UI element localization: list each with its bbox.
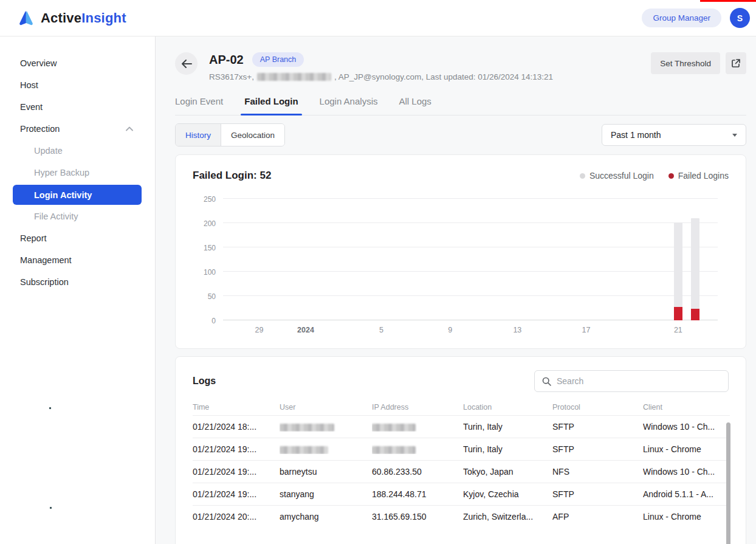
table-row: 01/21/2024 19:...Turin, ItalySFTPLinux -… [193,438,730,460]
main-content: AP-02 AP Branch RS3617xs+, , AP_JP@synol… [156,36,756,544]
chart-gridline-150 [223,247,718,247]
redacted-value [372,446,416,454]
table-cell-client: Windows 10 - Ch... [643,467,730,477]
chart-legend: Successful LoginFailed Logins [580,171,729,181]
back-button[interactable] [175,52,198,75]
table-cell-time: 01/21/2024 19:... [193,489,280,499]
table-cell-user: stanyang [280,489,372,499]
chart-gridline-250 [223,198,718,199]
chart-gridline-200 [223,222,718,223]
table-cell-ip-address: 60.86.233.50 [372,467,463,477]
legend-dot-icon [580,173,585,179]
chevron-up-icon [126,126,133,131]
sidebar-item-label: Hyper Backup [34,168,89,177]
legend-label: Failed Logins [678,171,729,181]
chart-ytick-150: 150 [193,244,216,252]
column-header-protocol: Protocol [552,403,643,411]
chart-ytick-100: 100 [193,268,216,277]
sidebar-item-update[interactable]: Update [0,140,155,162]
sidebar-item-login-activity[interactable]: Login Activity [13,185,142,205]
table-cell-protocol: NFS [552,467,643,477]
table-cell-client: Linux - Chrome [643,512,730,522]
chart-ytick-0: 0 [193,317,216,325]
device-contact-updated: , AP_JP@synology.com, Last updated: 01/2… [334,72,553,81]
table-row: 01/21/2024 20:...amychang31.165.69.150Zu… [193,505,730,528]
table-cell-time: 01/21/2024 19:... [193,467,280,477]
device-name: AP-02 [209,53,244,67]
sidebar-item-overview[interactable]: Overview [0,52,155,74]
chart-gridline-0 [223,320,718,320]
sidebar-item-label: Report [20,233,47,243]
legend-label: Successful Login [589,171,654,181]
tab-failed-login[interactable]: Failed Login [244,96,298,115]
chart-gridline-100 [223,271,718,272]
logs-title: Logs [193,376,216,387]
open-external-button[interactable] [726,52,746,74]
redacted-value [372,424,416,432]
chart-xtick-21: 21 [674,326,682,334]
set-threshold-button[interactable]: Set Threshold [651,52,720,74]
chart-bar-failed-segment [674,307,682,320]
screen: ActiveInsight Group Manager S OverviewHo… [0,0,756,544]
topbar: ActiveInsight Group Manager S [0,0,756,36]
legend-dot-icon [668,173,674,179]
app-logo: ActiveInsight [17,10,126,26]
user-avatar[interactable]: S [730,8,750,28]
table-cell-time: 01/21/2024 19:... [193,444,280,454]
table-cell-protocol: SFTP [552,422,643,432]
table-cell-ip-address [372,422,463,432]
sidebar-item-protection[interactable]: Protection [0,118,155,140]
view-toolbar: HistoryGeolocation Past 1 month [175,123,746,146]
stacked-bar-chart: 05010015020025029202459131721 [223,199,718,320]
table-cell-client: Linux - Chrome [643,444,730,454]
logs-scrollbar-thumb[interactable] [726,422,730,544]
sidebar-item-management[interactable]: Management [0,249,155,271]
table-cell-time: 01/21/2024 18:... [193,422,280,432]
sidebar-item-host[interactable]: Host [0,74,155,96]
chart-xtick-13: 13 [513,326,521,334]
table-cell-location: Turin, Italy [463,444,552,454]
table-row: 01/21/2024 19:...barneytsu60.86.233.50To… [193,460,730,483]
device-info: AP-02 AP Branch RS3617xs+, , AP_JP@synol… [209,52,651,81]
segment-geolocation[interactable]: Geolocation [221,124,284,146]
group-manager-button[interactable]: Group Manager [642,9,721,27]
search-icon [542,377,551,386]
chart-bar-2 [691,218,699,320]
tab-login-analysis[interactable]: Login Analysis [320,96,378,115]
header-actions: Set Threshold [651,52,746,74]
sidebar-item-label: Protection [20,124,60,134]
screen-recording-indicator-line [700,0,756,2]
segment-history[interactable]: History [176,124,221,146]
sidebar-item-subscription[interactable]: Subscription [0,271,155,293]
sidebar-item-report[interactable]: Report [0,227,155,249]
activeinsight-logo-icon [17,10,35,26]
column-header-location: Location [463,403,552,411]
chart-xtick-5: 5 [379,326,383,334]
tab-all-logs[interactable]: All Logs [399,96,431,115]
table-cell-ip-address: 31.165.69.150 [372,512,463,522]
table-cell-location: Tokyo, Japan [463,467,552,477]
table-cell-user [280,444,372,454]
sidebar-item-label: Event [20,102,43,112]
sidebar-item-label: File Activity [34,212,78,221]
sidebar-nav: OverviewHostEventProtectionUpdateHyper B… [0,52,155,293]
logs-table-body: 01/21/2024 18:...Turin, ItalySFTPWindows… [193,415,730,528]
table-cell-user: barneytsu [280,467,372,477]
table-cell-location: Zurich, Switzerla... [463,512,552,522]
table-row: 01/21/2024 18:...Turin, ItalySFTPWindows… [193,415,730,438]
chart-gridline-50 [223,295,718,296]
sidebar-item-hyper-backup[interactable]: Hyper Backup [0,162,155,184]
sidebar-item-event[interactable]: Event [0,96,155,118]
brand-name: ActiveInsight [41,10,126,26]
sidebar: OverviewHostEventProtectionUpdateHyper B… [0,36,156,544]
table-cell-location: Turin, Italy [463,422,552,432]
table-cell-user: amychang [280,512,372,522]
tab-login-event[interactable]: Login Event [175,96,223,115]
logs-table: TimeUserIP AddressLocationProtocolClient… [193,399,730,528]
time-range-select[interactable]: Past 1 month [602,124,746,146]
view-mode-segmented-control: HistoryGeolocation [175,123,285,146]
time-range-value: Past 1 month [611,130,661,140]
search-input[interactable] [557,376,721,386]
sidebar-item-file-activity[interactable]: File Activity [0,205,155,227]
table-cell-ip-address [372,444,463,454]
